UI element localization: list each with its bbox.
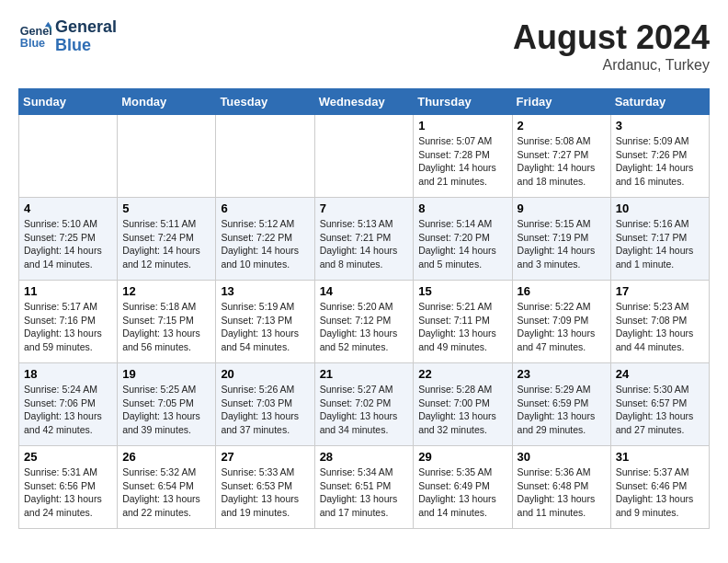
calendar-cell — [19, 115, 118, 198]
cell-content: Sunrise: 5:30 AMSunset: 6:57 PMDaylight:… — [616, 383, 704, 437]
day-number: 19 — [122, 367, 210, 381]
weekday-header-friday: Friday — [512, 89, 610, 115]
calendar-cell: 25Sunrise: 5:31 AMSunset: 6:56 PMDayligh… — [19, 446, 118, 529]
cell-content: Sunrise: 5:17 AMSunset: 7:16 PMDaylight:… — [24, 300, 112, 354]
calendar-cell — [216, 115, 314, 198]
weekday-header-wednesday: Wednesday — [314, 89, 414, 115]
day-number: 5 — [122, 201, 210, 215]
svg-text:Blue: Blue — [20, 37, 45, 50]
calendar-cell: 19Sunrise: 5:25 AMSunset: 7:05 PMDayligh… — [118, 363, 216, 446]
day-number: 3 — [616, 119, 704, 132]
week-row-4: 18Sunrise: 5:24 AMSunset: 7:06 PMDayligh… — [19, 363, 710, 446]
calendar-cell: 26Sunrise: 5:32 AMSunset: 6:54 PMDayligh… — [118, 446, 216, 529]
subtitle: Ardanuc, Turkey — [513, 57, 710, 74]
weekday-header-monday: Monday — [118, 89, 216, 115]
cell-content: Sunrise: 5:29 AMSunset: 6:59 PMDaylight:… — [518, 383, 606, 437]
week-row-2: 4Sunrise: 5:10 AMSunset: 7:25 PMDaylight… — [19, 198, 710, 281]
calendar-cell: 11Sunrise: 5:17 AMSunset: 7:16 PMDayligh… — [19, 281, 118, 363]
cell-content: Sunrise: 5:16 AMSunset: 7:17 PMDaylight:… — [616, 217, 704, 271]
week-row-3: 11Sunrise: 5:17 AMSunset: 7:16 PMDayligh… — [19, 281, 710, 363]
day-number: 31 — [616, 450, 704, 464]
day-number: 4 — [24, 201, 112, 215]
cell-content: Sunrise: 5:37 AMSunset: 6:46 PMDaylight:… — [616, 465, 704, 520]
cell-content: Sunrise: 5:32 AMSunset: 6:54 PMDaylight:… — [122, 465, 210, 520]
week-row-1: 1Sunrise: 5:07 AMSunset: 7:28 PMDaylight… — [19, 115, 710, 198]
day-number: 28 — [320, 450, 409, 464]
day-number: 25 — [24, 450, 112, 464]
day-number: 10 — [616, 201, 704, 215]
title-block: August 2024 Ardanuc, Turkey — [513, 18, 710, 74]
cell-content: Sunrise: 5:22 AMSunset: 7:09 PMDaylight:… — [518, 300, 606, 354]
calendar-cell — [314, 115, 414, 198]
logo-line2: Blue — [55, 37, 117, 55]
calendar-table: SundayMondayTuesdayWednesdayThursdayFrid… — [18, 88, 710, 529]
cell-content: Sunrise: 5:26 AMSunset: 7:03 PMDaylight:… — [221, 383, 309, 437]
calendar-cell: 21Sunrise: 5:27 AMSunset: 7:02 PMDayligh… — [314, 363, 414, 446]
calendar-cell: 8Sunrise: 5:14 AMSunset: 7:20 PMDaylight… — [414, 198, 512, 281]
cell-content: Sunrise: 5:28 AMSunset: 7:00 PMDaylight:… — [418, 383, 506, 437]
day-number: 20 — [221, 367, 309, 381]
weekday-header-thursday: Thursday — [414, 89, 512, 115]
calendar-cell: 14Sunrise: 5:20 AMSunset: 7:12 PMDayligh… — [314, 281, 414, 363]
day-number: 8 — [418, 201, 506, 215]
cell-content: Sunrise: 5:21 AMSunset: 7:11 PMDaylight:… — [418, 300, 506, 354]
calendar-cell: 17Sunrise: 5:23 AMSunset: 7:08 PMDayligh… — [610, 281, 709, 363]
day-number: 11 — [24, 284, 112, 298]
calendar-cell: 23Sunrise: 5:29 AMSunset: 6:59 PMDayligh… — [512, 363, 610, 446]
day-number: 21 — [320, 367, 409, 381]
cell-content: Sunrise: 5:18 AMSunset: 7:15 PMDaylight:… — [122, 300, 210, 354]
day-number: 2 — [518, 119, 606, 132]
cell-content: Sunrise: 5:07 AMSunset: 7:28 PMDaylight:… — [418, 134, 506, 189]
day-number: 17 — [616, 284, 704, 298]
cell-content: Sunrise: 5:14 AMSunset: 7:20 PMDaylight:… — [418, 217, 506, 271]
cell-content: Sunrise: 5:25 AMSunset: 7:05 PMDaylight:… — [122, 383, 210, 437]
weekday-header-saturday: Saturday — [610, 89, 709, 115]
day-number: 14 — [320, 284, 409, 298]
calendar-cell: 30Sunrise: 5:36 AMSunset: 6:48 PMDayligh… — [512, 446, 610, 529]
calendar-cell: 5Sunrise: 5:11 AMSunset: 7:24 PMDaylight… — [118, 198, 216, 281]
calendar-cell: 2Sunrise: 5:08 AMSunset: 7:27 PMDaylight… — [512, 115, 610, 198]
day-number: 29 — [418, 450, 506, 464]
calendar-cell: 1Sunrise: 5:07 AMSunset: 7:28 PMDaylight… — [414, 115, 512, 198]
calendar-cell: 13Sunrise: 5:19 AMSunset: 7:13 PMDayligh… — [216, 281, 314, 363]
logo-line1: General — [55, 18, 117, 37]
cell-content: Sunrise: 5:24 AMSunset: 7:06 PMDaylight:… — [24, 383, 112, 437]
cell-content: Sunrise: 5:09 AMSunset: 7:26 PMDaylight:… — [616, 134, 704, 189]
cell-content: Sunrise: 5:20 AMSunset: 7:12 PMDaylight:… — [320, 300, 409, 354]
cell-content: Sunrise: 5:19 AMSunset: 7:13 PMDaylight:… — [221, 300, 309, 354]
day-number: 30 — [518, 450, 606, 464]
day-number: 9 — [518, 201, 606, 215]
calendar-cell: 24Sunrise: 5:30 AMSunset: 6:57 PMDayligh… — [610, 363, 709, 446]
weekday-header-tuesday: Tuesday — [216, 89, 314, 115]
weekday-header-row: SundayMondayTuesdayWednesdayThursdayFrid… — [19, 89, 710, 115]
cell-content: Sunrise: 5:08 AMSunset: 7:27 PMDaylight:… — [518, 134, 606, 189]
calendar-cell: 16Sunrise: 5:22 AMSunset: 7:09 PMDayligh… — [512, 281, 610, 363]
calendar-cell: 6Sunrise: 5:12 AMSunset: 7:22 PMDaylight… — [216, 198, 314, 281]
week-row-5: 25Sunrise: 5:31 AMSunset: 6:56 PMDayligh… — [19, 446, 710, 529]
day-number: 26 — [122, 450, 210, 464]
day-number: 7 — [320, 201, 409, 215]
logo: General Blue General Blue — [18, 18, 117, 55]
cell-content: Sunrise: 5:34 AMSunset: 6:51 PMDaylight:… — [320, 465, 409, 520]
cell-content: Sunrise: 5:11 AMSunset: 7:24 PMDaylight:… — [122, 217, 210, 271]
calendar-cell: 7Sunrise: 5:13 AMSunset: 7:21 PMDaylight… — [314, 198, 414, 281]
calendar-cell: 28Sunrise: 5:34 AMSunset: 6:51 PMDayligh… — [314, 446, 414, 529]
day-number: 1 — [418, 119, 506, 132]
calendar-cell: 12Sunrise: 5:18 AMSunset: 7:15 PMDayligh… — [118, 281, 216, 363]
day-number: 24 — [616, 367, 704, 381]
cell-content: Sunrise: 5:36 AMSunset: 6:48 PMDaylight:… — [518, 465, 606, 520]
logo-icon: General Blue — [18, 20, 51, 53]
main-title: August 2024 — [513, 18, 710, 57]
day-number: 6 — [221, 201, 309, 215]
day-number: 16 — [518, 284, 606, 298]
day-number: 13 — [221, 284, 309, 298]
cell-content: Sunrise: 5:15 AMSunset: 7:19 PMDaylight:… — [518, 217, 606, 271]
cell-content: Sunrise: 5:23 AMSunset: 7:08 PMDaylight:… — [616, 300, 704, 354]
weekday-header-sunday: Sunday — [19, 89, 118, 115]
calendar-cell: 29Sunrise: 5:35 AMSunset: 6:49 PMDayligh… — [414, 446, 512, 529]
calendar-cell: 22Sunrise: 5:28 AMSunset: 7:00 PMDayligh… — [414, 363, 512, 446]
page-header: General Blue General Blue August 2024 Ar… — [18, 18, 710, 74]
calendar-cell: 15Sunrise: 5:21 AMSunset: 7:11 PMDayligh… — [414, 281, 512, 363]
calendar-cell: 31Sunrise: 5:37 AMSunset: 6:46 PMDayligh… — [610, 446, 709, 529]
day-number: 18 — [24, 367, 112, 381]
